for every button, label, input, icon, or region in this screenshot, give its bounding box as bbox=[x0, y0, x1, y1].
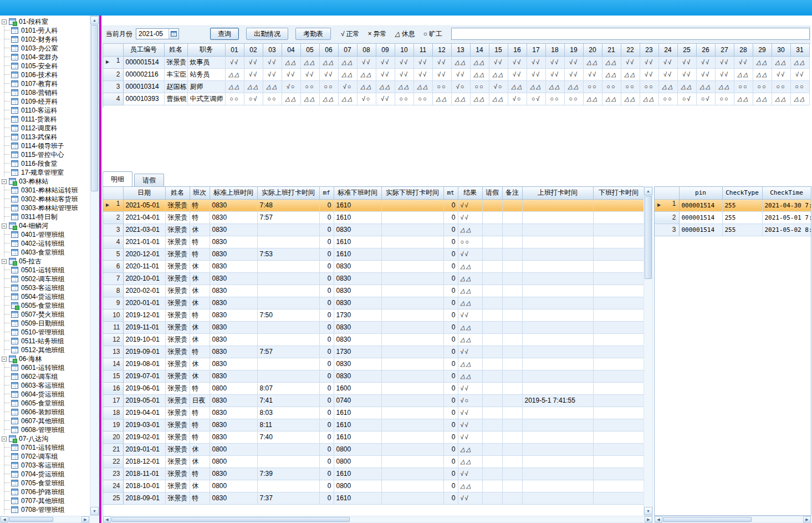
row-indicator[interactable]: ▶1 bbox=[655, 199, 679, 211]
row-indicator[interactable]: 24 bbox=[103, 480, 123, 492]
result-cell[interactable]: √√ bbox=[458, 211, 482, 224]
attendance-mark-cell[interactable]: ○√ bbox=[527, 93, 545, 105]
date-cell[interactable]: 2021-03-01 bbox=[123, 224, 165, 236]
tree-node[interactable]: 0311-特日制 bbox=[4, 212, 90, 221]
shift-cell[interactable]: 特 bbox=[190, 382, 210, 394]
note-cell[interactable] bbox=[502, 224, 522, 236]
tree-group-node[interactable]: -03-桦林站 bbox=[2, 177, 90, 186]
employee-name-cell[interactable]: 赵国栋 bbox=[164, 80, 187, 93]
attendance-mark-cell[interactable]: ○○ bbox=[413, 93, 432, 105]
column-header[interactable]: 职务 bbox=[187, 44, 225, 56]
attendance-mark-cell[interactable]: △△ bbox=[282, 56, 300, 68]
name-cell[interactable]: 张景贵 bbox=[165, 211, 190, 224]
row-indicator[interactable]: 3 bbox=[103, 80, 123, 93]
row-indicator[interactable]: 2 bbox=[103, 211, 123, 224]
name-cell[interactable]: 张景贵 bbox=[165, 346, 190, 358]
attendance-mark-cell[interactable]: √√ bbox=[395, 68, 413, 80]
result-cell[interactable]: △△ bbox=[458, 333, 482, 346]
mf-cell[interactable]: 0 bbox=[319, 382, 334, 394]
row-indicator[interactable]: 17 bbox=[103, 394, 123, 407]
attendance-mark-cell[interactable]: △△ bbox=[734, 68, 753, 80]
std-start-cell[interactable]: 0830 bbox=[210, 431, 257, 443]
calendar-dropdown-button[interactable] bbox=[168, 29, 178, 39]
tree-node[interactable]: 0606-装卸班组 bbox=[4, 408, 90, 417]
tree-node[interactable]: 0115-管控中心 bbox=[4, 150, 90, 159]
std-end-cell[interactable]: 1610 bbox=[334, 492, 381, 504]
result-cell[interactable]: △△ bbox=[458, 285, 482, 297]
detail-vertical-scrollbar[interactable]: ▲ ▼ bbox=[644, 186, 653, 516]
note-cell[interactable] bbox=[502, 236, 522, 248]
shift-cell[interactable]: 特 bbox=[190, 419, 210, 431]
mt-cell[interactable]: 0 bbox=[443, 309, 458, 321]
collapse-expand-icon[interactable]: - bbox=[2, 436, 7, 441]
tree-node[interactable]: 0104-党群办 bbox=[4, 53, 90, 62]
employee-title-cell[interactable]: 站务员 bbox=[187, 68, 225, 80]
note-cell[interactable] bbox=[502, 492, 522, 504]
attendance-mark-cell[interactable]: ○○ bbox=[640, 80, 658, 93]
column-header[interactable]: 日期 bbox=[123, 187, 165, 199]
query-button[interactable]: 查询 bbox=[210, 28, 239, 40]
column-header[interactable]: 员工编号 bbox=[123, 44, 164, 56]
checkin-time-cell[interactable] bbox=[522, 407, 593, 419]
attendance-mark-cell[interactable]: √√ bbox=[282, 68, 300, 80]
attendance-mark-cell[interactable]: √√ bbox=[432, 56, 451, 68]
result-cell[interactable]: △△ bbox=[458, 297, 482, 309]
row-indicator[interactable]: 14 bbox=[103, 358, 123, 370]
leave-cell[interactable] bbox=[482, 358, 502, 370]
result-cell[interactable]: ○○ bbox=[458, 236, 482, 248]
leave-cell[interactable] bbox=[482, 480, 502, 492]
leave-cell[interactable] bbox=[482, 248, 502, 260]
attendance-mark-cell[interactable]: √√ bbox=[696, 56, 715, 68]
result-cell[interactable]: △△ bbox=[458, 321, 482, 333]
tree-group-node[interactable]: -01-段科室 bbox=[2, 17, 90, 26]
actual-end-cell[interactable] bbox=[381, 394, 443, 407]
attendance-mark-cell[interactable]: △△ bbox=[564, 80, 583, 93]
note-cell[interactable] bbox=[502, 455, 522, 468]
column-header[interactable]: CheckTime bbox=[762, 187, 811, 199]
shift-cell[interactable]: 休 bbox=[190, 333, 210, 346]
attendance-mark-cell[interactable]: ○○ bbox=[772, 80, 790, 93]
std-end-cell[interactable]: 1730 bbox=[334, 346, 381, 358]
attendance-mark-cell[interactable]: √√ bbox=[225, 56, 244, 68]
attendance-mark-cell[interactable]: √√ bbox=[715, 68, 734, 80]
tree-node[interactable]: 0504-货运班组 bbox=[4, 292, 90, 301]
mt-cell[interactable]: 0 bbox=[443, 370, 458, 382]
attendance-mark-cell[interactable]: △△ bbox=[753, 68, 772, 80]
mt-cell[interactable]: 0 bbox=[443, 419, 458, 431]
day-column-header[interactable]: 23 bbox=[640, 44, 658, 56]
std-end-cell[interactable]: 1610 bbox=[334, 248, 381, 260]
mf-cell[interactable]: 0 bbox=[319, 394, 334, 407]
actual-start-cell[interactable]: 7:57 bbox=[257, 346, 319, 358]
attendance-mark-cell[interactable]: ○○ bbox=[734, 80, 753, 93]
std-end-cell[interactable]: 0830 bbox=[334, 260, 381, 272]
name-cell[interactable]: 张景贵 bbox=[165, 199, 190, 211]
std-start-cell[interactable]: 0830 bbox=[210, 211, 257, 224]
attendance-mark-cell[interactable]: △△ bbox=[338, 56, 357, 68]
actual-start-cell[interactable] bbox=[257, 321, 319, 333]
std-start-cell[interactable]: 0830 bbox=[210, 224, 257, 236]
checkout-time-cell[interactable] bbox=[593, 309, 644, 321]
shift-cell[interactable]: 特 bbox=[190, 248, 210, 260]
checkout-time-cell[interactable] bbox=[593, 455, 644, 468]
attendance-mark-cell[interactable]: √√ bbox=[545, 56, 564, 68]
date-cell[interactable]: 2019-12-01 bbox=[123, 309, 165, 321]
checkin-time-cell[interactable] bbox=[522, 443, 593, 455]
day-column-header[interactable]: 30 bbox=[772, 44, 790, 56]
attendance-mark-cell[interactable]: △△ bbox=[640, 93, 658, 105]
actual-start-cell[interactable]: 7:53 bbox=[257, 248, 319, 260]
employee-title-cell[interactable]: 炊事员 bbox=[187, 56, 225, 68]
tree-node[interactable]: 0403-食堂班组 bbox=[4, 248, 90, 257]
std-start-cell[interactable]: 0830 bbox=[210, 333, 257, 346]
std-end-cell[interactable]: 1610 bbox=[334, 431, 381, 443]
checkin-time-cell[interactable] bbox=[522, 492, 593, 504]
attendance-mark-cell[interactable]: △△ bbox=[225, 68, 244, 80]
date-cell[interactable]: 2019-08-01 bbox=[123, 358, 165, 370]
mt-cell[interactable]: 0 bbox=[443, 236, 458, 248]
result-cell[interactable]: △△ bbox=[458, 370, 482, 382]
day-column-header[interactable]: 05 bbox=[300, 44, 319, 56]
std-start-cell[interactable]: 0830 bbox=[210, 297, 257, 309]
attendance-mark-cell[interactable]: △△ bbox=[282, 93, 300, 105]
column-header[interactable]: mf bbox=[319, 187, 334, 199]
date-cell[interactable]: 2019-11-01 bbox=[123, 321, 165, 333]
tree-node[interactable]: 0702-调车组 bbox=[4, 452, 90, 461]
